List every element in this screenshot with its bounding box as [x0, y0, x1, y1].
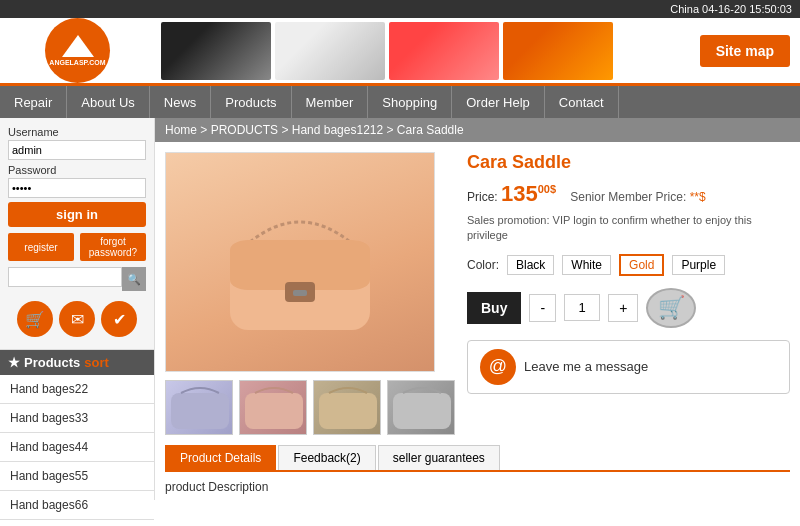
tab-feedback[interactable]: Feedback(2) [278, 445, 375, 470]
check-icon[interactable]: ✔ [101, 301, 137, 337]
main: Username Password sign in register forgo… [0, 118, 800, 500]
svg-rect-4 [171, 393, 229, 429]
products-sort-header: ★ Products sort [0, 350, 154, 375]
thumbnail-4[interactable] [387, 380, 455, 435]
search-button[interactable]: 🔍 [122, 267, 146, 291]
quantity-value: 1 [564, 294, 600, 321]
banner-img-1[interactable] [161, 22, 271, 80]
logo[interactable]: ANGELASP.COM [45, 18, 110, 83]
senior-price-label: Senior Member Price: **$ [570, 190, 705, 204]
breadcrumb-sep3: > [387, 123, 394, 137]
svg-rect-5 [245, 393, 303, 429]
message-box[interactable]: @ Leave me a message [467, 340, 790, 394]
breadcrumb-sep1: > [200, 123, 210, 137]
sidebar: Username Password sign in register forgo… [0, 118, 155, 500]
nav-about[interactable]: About Us [67, 86, 149, 118]
nav-order-help[interactable]: Order Help [452, 86, 545, 118]
logo-area: ANGELASP.COM [0, 18, 155, 83]
header: ANGELASP.COM Site map [0, 18, 800, 86]
quantity-minus[interactable]: - [529, 294, 556, 322]
product-area: Cara Saddle Price: 13500$ Senior Member … [155, 142, 800, 445]
cart-button[interactable]: 🛒 [646, 288, 696, 328]
nav-shopping[interactable]: Shopping [368, 86, 452, 118]
banner-images [155, 18, 700, 84]
datetime: China 04-16-20 15:50:03 [670, 3, 792, 15]
nav-news[interactable]: News [150, 86, 212, 118]
color-purple[interactable]: Purple [672, 255, 725, 275]
content: Home > PRODUCTS > Hand bages1212 > Cara … [155, 118, 800, 500]
search-row: 🔍 [8, 267, 146, 291]
banner-img-2[interactable] [275, 22, 385, 80]
username-label: Username [8, 126, 146, 138]
sidebar-item-handbags44[interactable]: Hand bages44 [0, 433, 154, 462]
tabs-row: Product Details Feedback(2) seller guara… [165, 445, 790, 472]
thumbnail-row [165, 380, 455, 435]
product-left [165, 152, 455, 435]
sitemap-button[interactable]: Site map [700, 35, 790, 67]
promo-text: Sales promotion: VIP login to confirm wh… [467, 213, 790, 244]
email-icon[interactable]: ✉ [59, 301, 95, 337]
banner-img-4[interactable] [503, 22, 613, 80]
nav-products[interactable]: Products [211, 86, 291, 118]
breadcrumb-home[interactable]: Home [165, 123, 197, 137]
price-value: 13500$ [501, 181, 562, 206]
breadcrumb-category[interactable]: Hand bages1212 [292, 123, 383, 137]
forgot-password-button[interactable]: forgot password? [80, 233, 146, 261]
sidebar-item-handbags55[interactable]: Hand bages55 [0, 462, 154, 491]
breadcrumb: Home > PRODUCTS > Hand bages1212 > Cara … [155, 118, 800, 142]
bag-illustration [200, 182, 400, 342]
quantity-plus[interactable]: + [608, 294, 638, 322]
breadcrumb-products[interactable]: PRODUCTS [211, 123, 278, 137]
sidebar-item-handbags33[interactable]: Hand bages33 [0, 404, 154, 433]
thumbnail-2[interactable] [239, 380, 307, 435]
product-title: Cara Saddle [467, 152, 790, 173]
logo-text: ANGELASP.COM [49, 59, 105, 66]
username-input[interactable] [8, 140, 146, 160]
cart-icon[interactable]: 🛒 [17, 301, 53, 337]
sidebar-item-handbags77[interactable]: Hand bages77 [0, 520, 154, 526]
nav-repair[interactable]: Repair [0, 86, 67, 118]
thumbnail-1[interactable] [165, 380, 233, 435]
svg-rect-7 [393, 393, 451, 429]
products-label: Products [24, 355, 80, 370]
message-icon: @ [480, 349, 516, 385]
password-label: Password [8, 164, 146, 176]
sidebar-item-handbags66[interactable]: Hand bages66 [0, 491, 154, 520]
product-description: product Description [155, 472, 800, 500]
login-box: Username Password sign in register forgo… [0, 118, 154, 350]
color-row: Color: Black White Gold Purple [467, 254, 790, 276]
main-product-image [165, 152, 435, 372]
thumbnail-3[interactable] [313, 380, 381, 435]
buy-button[interactable]: Buy [467, 292, 521, 324]
banner-img-3[interactable] [389, 22, 499, 80]
price-row: Price: 13500$ Senior Member Price: **$ [467, 181, 790, 207]
tab-product-details[interactable]: Product Details [165, 445, 276, 470]
nav: Repair About Us News Products Member Sho… [0, 86, 800, 118]
register-forgot: register forgot password? [8, 233, 146, 261]
message-text: Leave me a message [524, 359, 648, 374]
sort-label: sort [84, 355, 109, 370]
svg-rect-3 [293, 290, 307, 296]
price-decimal: 00$ [538, 183, 556, 195]
color-label: Color: [467, 258, 499, 272]
color-white[interactable]: White [562, 255, 611, 275]
color-gold[interactable]: Gold [619, 254, 664, 276]
signin-button[interactable]: sign in [8, 202, 146, 227]
product-desc-label: product Description [165, 480, 268, 494]
search-input[interactable] [8, 267, 122, 287]
tab-seller-guarantees[interactable]: seller guarantees [378, 445, 500, 470]
breadcrumb-current: Cara Saddle [397, 123, 464, 137]
breadcrumb-sep2: > [281, 123, 291, 137]
price-label: Price: [467, 190, 498, 204]
nav-contact[interactable]: Contact [545, 86, 619, 118]
color-black[interactable]: Black [507, 255, 554, 275]
nav-member[interactable]: Member [292, 86, 369, 118]
svg-rect-6 [319, 393, 377, 429]
sidebar-item-handbags22[interactable]: Hand bages22 [0, 375, 154, 404]
top-bar: China 04-16-20 15:50:03 [0, 0, 800, 18]
product-info: Cara Saddle Price: 13500$ Senior Member … [467, 152, 790, 435]
register-button[interactable]: register [8, 233, 74, 261]
password-input[interactable] [8, 178, 146, 198]
icon-row: 🛒 ✉ ✔ [8, 297, 146, 341]
buy-row: Buy - 1 + 🛒 [467, 288, 790, 328]
